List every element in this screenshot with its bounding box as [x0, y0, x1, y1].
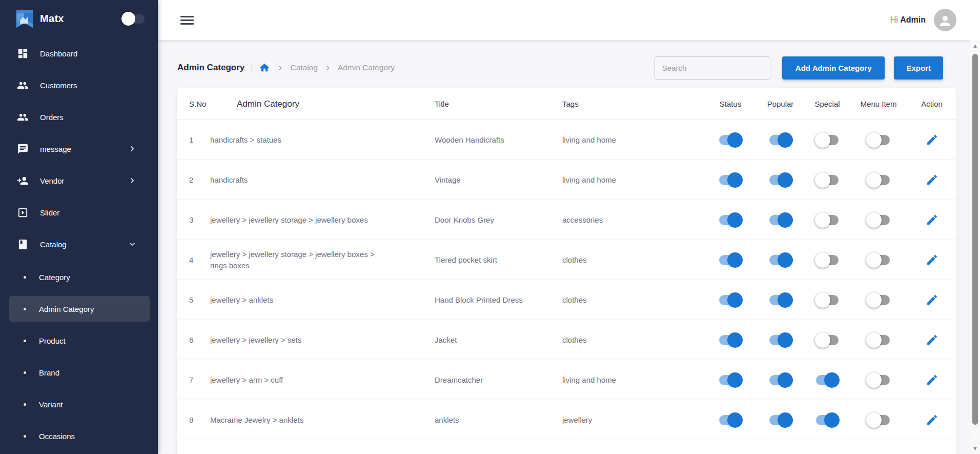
- status-toggle[interactable]: [718, 254, 743, 266]
- sidebar-subitem-variant[interactable]: Variant: [9, 388, 150, 420]
- edit-button[interactable]: [921, 169, 943, 191]
- tags-cell: living and home: [562, 135, 705, 144]
- menu-item-toggle[interactable]: [866, 214, 891, 226]
- vertical-scrollbar[interactable]: ▲ ▼: [970, 40, 980, 454]
- admin-category-cell: handicrafts: [210, 174, 435, 186]
- menu-item-toggle[interactable]: [866, 374, 891, 386]
- sidebar-item-vendor[interactable]: Vendor: [0, 165, 158, 196]
- sno-cell: 8: [177, 416, 210, 424]
- special-toggle[interactable]: [815, 414, 840, 426]
- popular-toggle[interactable]: [768, 134, 793, 146]
- action-cell: [907, 329, 956, 351]
- edit-icon: [926, 133, 938, 146]
- toggle-thumb: [727, 332, 743, 348]
- edit-button[interactable]: [921, 409, 943, 431]
- admin-category-cell: jewellery > anklets: [210, 294, 435, 306]
- status-toggle[interactable]: [718, 374, 743, 386]
- status-cell: [705, 254, 756, 266]
- popular-toggle[interactable]: [768, 414, 793, 426]
- status-toggle[interactable]: [718, 414, 743, 426]
- menu-item-cell: [850, 214, 907, 226]
- status-toggle[interactable]: [718, 334, 743, 346]
- toggle-thumb: [727, 372, 743, 388]
- scroll-down-icon[interactable]: ▼: [970, 445, 980, 451]
- menu-item-toggle[interactable]: [866, 334, 891, 346]
- edit-button[interactable]: [921, 329, 943, 351]
- admin-category-cell: jewellery > jewellery storage > jeweller…: [210, 214, 435, 226]
- special-cell: [805, 374, 850, 386]
- toggle-thumb: [824, 372, 840, 388]
- action-cell: [907, 289, 956, 311]
- column-header-admin-category: Admin Category: [210, 99, 435, 109]
- special-toggle[interactable]: [815, 134, 840, 146]
- scrollbar-thumb[interactable]: [972, 54, 978, 425]
- edit-button[interactable]: [921, 369, 943, 391]
- export-button[interactable]: Export: [894, 56, 943, 80]
- menu-item-toggle[interactable]: [866, 254, 891, 266]
- menu-item-toggle[interactable]: [866, 294, 891, 306]
- popular-toggle[interactable]: [768, 374, 793, 386]
- menu-item-toggle[interactable]: [866, 134, 891, 146]
- sidebar-compact-toggle[interactable]: [122, 13, 146, 25]
- edit-button[interactable]: [921, 249, 943, 271]
- sidebar-subitem-category[interactable]: Category: [9, 261, 150, 293]
- status-toggle[interactable]: [718, 294, 743, 306]
- person-add-icon: [17, 175, 29, 187]
- scroll-up-icon[interactable]: ▲: [970, 43, 980, 49]
- sidebar-item-label: Dashboard: [40, 49, 77, 58]
- popular-toggle[interactable]: [768, 334, 793, 346]
- popular-cell: [756, 374, 805, 386]
- status-toggle[interactable]: [718, 134, 743, 146]
- sidebar-subitem-admin-category[interactable]: Admin Category: [9, 296, 150, 322]
- search-input[interactable]: [655, 56, 770, 80]
- sidebar-item-orders[interactable]: Orders: [0, 101, 158, 133]
- sidebar-item-slider[interactable]: Slider: [0, 196, 158, 228]
- special-cell: [805, 254, 850, 266]
- breadcrumb-catalog[interactable]: Catalog: [290, 63, 317, 72]
- popular-toggle[interactable]: [768, 214, 793, 226]
- toggle-thumb: [866, 212, 882, 228]
- edit-button[interactable]: [921, 129, 943, 151]
- menu-item-cell: [850, 334, 907, 346]
- menu-item-cell: [850, 374, 907, 386]
- status-toggle[interactable]: [718, 214, 743, 226]
- avatar[interactable]: [934, 9, 956, 31]
- popular-cell: [756, 414, 805, 426]
- add-admin-category-button[interactable]: Add Admin Category: [782, 56, 885, 80]
- sidebar-item-catalog[interactable]: Catalog: [0, 228, 158, 260]
- popular-toggle[interactable]: [768, 294, 793, 306]
- special-toggle[interactable]: [815, 174, 840, 186]
- toggle-thumb: [815, 172, 830, 188]
- special-toggle[interactable]: [815, 294, 840, 306]
- person-icon: [937, 13, 953, 29]
- sidebar-item-label: Orders: [40, 113, 64, 122]
- status-toggle[interactable]: [718, 174, 743, 186]
- special-toggle[interactable]: [815, 214, 840, 226]
- menu-item-toggle[interactable]: [866, 414, 891, 426]
- sidebar-subitem-occasions[interactable]: Occasions: [9, 420, 150, 452]
- breadcrumb-separator: |: [251, 63, 253, 72]
- home-icon[interactable]: [259, 62, 270, 73]
- menu-item-toggle[interactable]: [866, 174, 891, 186]
- action-cell: [907, 249, 956, 271]
- popular-toggle[interactable]: [768, 174, 793, 186]
- sidebar-item-customers[interactable]: Customers: [0, 69, 158, 101]
- sidebar-item-message[interactable]: message: [0, 133, 158, 165]
- special-toggle[interactable]: [815, 334, 840, 346]
- toggle-thumb: [824, 412, 840, 428]
- edit-icon: [926, 413, 938, 426]
- table-controls: Add Admin Category Export: [655, 56, 943, 80]
- edit-button[interactable]: [921, 289, 943, 311]
- special-toggle[interactable]: [815, 374, 840, 386]
- toggle-thumb: [815, 332, 830, 348]
- sidebar-subitem-product[interactable]: Product: [9, 325, 150, 357]
- special-toggle[interactable]: [815, 254, 840, 266]
- edit-button[interactable]: [921, 209, 943, 231]
- breadcrumb-admin-category[interactable]: Admin Category: [338, 63, 395, 72]
- table-header-row: S.NoAdmin CategoryTitleTagsStatusPopular…: [177, 88, 956, 120]
- sidebar-item-dashboard[interactable]: Dashboard: [0, 37, 158, 69]
- tags-cell: clothes: [562, 255, 705, 264]
- popular-toggle[interactable]: [768, 254, 793, 266]
- sidebar-subitem-brand[interactable]: Brand: [9, 357, 150, 388]
- menu-icon[interactable]: [180, 16, 194, 25]
